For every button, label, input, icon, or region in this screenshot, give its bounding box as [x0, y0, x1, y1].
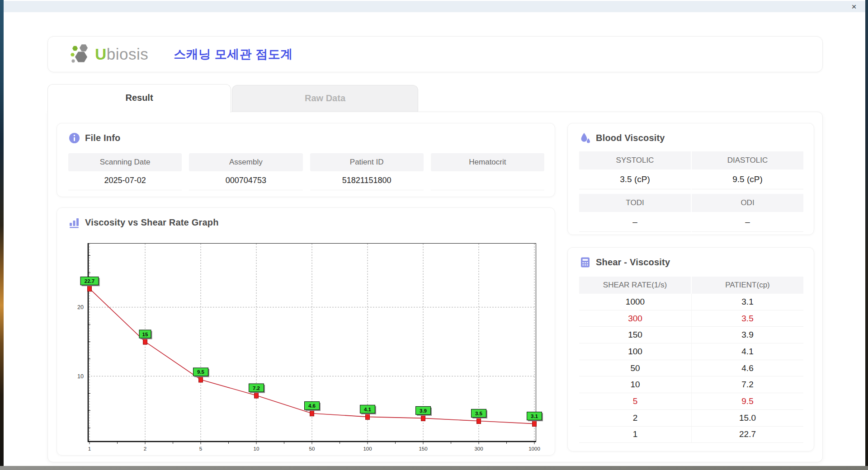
data-point-label: 3.1 — [531, 414, 538, 419]
brand-logo: Ubiosis — [69, 43, 148, 66]
blood-viscosity-card: Blood Viscosity SYSTOLICDIASTOLIC3.5 (cP… — [567, 123, 814, 235]
shear-rate-cell: 1000 — [579, 294, 691, 310]
patient-viscosity-cell: 3.1 — [691, 294, 803, 310]
desktop-wallpaper-left-edge — [0, 0, 4, 470]
patient-viscosity-cell: 3.9 — [691, 327, 803, 343]
shear-table-row: 1503.9 — [579, 327, 803, 343]
graph-title-row: Viscosity vs Shear Rate Graph — [69, 217, 219, 228]
patient-viscosity-cell: 4.1 — [691, 343, 803, 360]
patient-viscosity-cell: 3.5 — [691, 310, 803, 327]
file-info-card: File Info Scanning Date2025-07-02Assembl… — [57, 123, 555, 197]
header-card: Ubiosis 스캐닝 모세관 점도계 — [47, 36, 823, 72]
viscosity-graph-card: Viscosity vs Shear Rate Graph 22.7159.57… — [57, 207, 555, 456]
data-point-label: 3.9 — [420, 408, 427, 414]
metric-label: TODI — [579, 194, 691, 212]
metric-value: 9.5 (cP) — [692, 169, 803, 189]
data-point-marker — [143, 339, 147, 344]
data-point-marker — [366, 414, 370, 419]
tab-result[interactable]: Result — [47, 84, 231, 113]
file-info-title: File Info — [85, 133, 120, 143]
ubiosis-logo-icon — [69, 43, 93, 66]
shear-rate-cell: 300 — [579, 310, 691, 327]
file-info-grid: Scanning Date2025-07-02Assembly000704753… — [68, 153, 544, 190]
shear-rate-cell: 1 — [579, 427, 691, 443]
file-info-field-value: 000704753 — [189, 171, 302, 190]
metric-label: DIASTOLIC — [692, 151, 803, 169]
shear-table-row: 504.6 — [579, 360, 803, 377]
x-tick-label: 100 — [363, 446, 372, 451]
window-close-button[interactable]: × — [849, 2, 859, 11]
patient-viscosity-cell: 9.5 — [691, 393, 803, 409]
file-info-column: Patient ID51821151800 — [310, 153, 424, 190]
file-info-field-label: Hematocrit — [431, 153, 544, 171]
patient-viscosity-cell: 4.6 — [691, 360, 803, 376]
data-point-label: 3.5 — [475, 411, 483, 416]
data-point-label: 22.7 — [85, 278, 94, 284]
blood-viscosity-value-row: –– — [579, 212, 803, 232]
metric-value: 3.5 (cP) — [579, 169, 691, 189]
x-tick-label: 1000 — [528, 446, 540, 451]
shear-table-row: 1004.1 — [579, 343, 803, 360]
shear-rate-cell: 150 — [579, 327, 691, 343]
blood-viscosity-label-row: SYSTOLICDIASTOLIC — [579, 151, 803, 169]
data-point-marker — [310, 411, 314, 416]
x-tick-label: 150 — [419, 446, 427, 451]
app-title: 스캐닝 모세관 점도계 — [174, 46, 293, 62]
divider — [579, 189, 803, 194]
file-info-field-label: Scanning Date — [68, 153, 182, 171]
tab-raw-data[interactable]: Raw Data — [232, 85, 418, 112]
brand-wordmark-u: U — [95, 45, 107, 63]
shear-table-column-header: PATIENT(cp) — [692, 277, 803, 294]
blood-viscosity-table: SYSTOLICDIASTOLIC3.5 (cP)9.5 (cP)TODIODI… — [579, 151, 803, 232]
file-info-column: Scanning Date2025-07-02 — [68, 153, 182, 190]
patient-viscosity-cell: 22.7 — [691, 427, 803, 443]
shear-viscosity-table: SHEAR RATE(1/s)PATIENT(cp)10003.13003.51… — [579, 277, 803, 443]
droplets-icon — [580, 132, 591, 144]
bar-chart-icon — [69, 217, 80, 228]
x-tick-label: 300 — [474, 446, 483, 451]
blood-viscosity-title: Blood Viscosity — [596, 133, 665, 143]
x-tick-label: 10 — [254, 446, 259, 451]
graph-title: Viscosity vs Shear Rate Graph — [85, 217, 219, 228]
brand-wordmark-rest: biosis — [107, 45, 148, 63]
x-tick-label: 50 — [309, 446, 315, 451]
data-point-marker — [88, 286, 92, 291]
window-titlebar: × — [4, 1, 865, 12]
shear-table-row: 122.7 — [579, 427, 803, 443]
shear-rate-cell: 10 — [579, 376, 691, 393]
file-info-field-value: 2025-07-02 — [68, 171, 182, 190]
shear-table-row: 59.5 — [579, 393, 803, 410]
file-info-field-value — [431, 171, 544, 190]
shear-table-row: 10003.1 — [579, 294, 803, 310]
patient-viscosity-cell: 7.2 — [691, 376, 803, 393]
y-tick-label: 10 — [77, 373, 84, 380]
data-point-label: 15 — [142, 332, 148, 337]
y-tick-label: 20 — [77, 304, 84, 310]
data-point-marker — [199, 377, 203, 382]
x-tick-label: 2 — [144, 446, 146, 451]
viscosity-chart: 22.7159.57.24.64.13.93.53.11251050100150… — [88, 243, 536, 442]
shear-table-row: 3003.5 — [579, 310, 803, 327]
desktop-bottom-edge — [0, 466, 868, 470]
shear-table-row: 107.2 — [579, 376, 803, 393]
patient-viscosity-cell: 15.0 — [691, 410, 803, 426]
data-point-marker — [255, 393, 259, 398]
file-info-column: Assembly000704753 — [189, 153, 302, 190]
shear-table-row: 215.0 — [579, 410, 803, 427]
shear-rate-cell: 100 — [579, 343, 691, 360]
metric-value: – — [692, 212, 803, 232]
data-point-label: 4.1 — [364, 407, 372, 412]
shear-table-header-row: SHEAR RATE(1/s)PATIENT(cp) — [579, 277, 803, 294]
data-point-label: 9.5 — [197, 369, 205, 375]
metric-value: – — [579, 212, 691, 232]
brand-wordmark: Ubiosis — [95, 45, 148, 63]
data-point-marker — [533, 421, 537, 427]
file-info-column: Hematocrit — [431, 153, 544, 190]
shear-rate-cell: 2 — [579, 410, 691, 426]
metric-label: ODI — [692, 194, 803, 212]
file-info-field-label: Patient ID — [310, 153, 424, 171]
shear-rate-cell: 50 — [579, 360, 691, 376]
data-point-marker — [477, 418, 481, 423]
blood-viscosity-title-row: Blood Viscosity — [580, 132, 665, 144]
blood-viscosity-label-row: TODIODI — [579, 194, 803, 212]
